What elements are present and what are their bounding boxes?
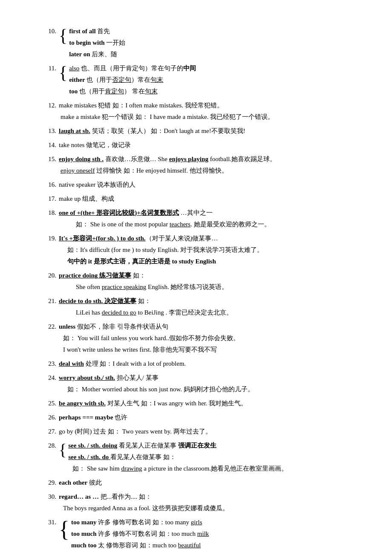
item-12-num: 12. xyxy=(43,100,56,123)
item-20-content: practice doing 练习做某事 如： She often practi… xyxy=(59,270,228,293)
item-22-line1: unless 假如不，除非 引导条件状语从句 xyxy=(59,321,239,332)
item-22: 22. unless 假如不，除非 引导条件状语从句 如： You will f… xyxy=(43,321,358,356)
item-21-num: 21. xyxy=(43,295,56,318)
item-23-num: 23. xyxy=(43,358,56,370)
item-24: 24. worry about sb./ sth. 担心某人/ 某事 如： Mo… xyxy=(43,372,358,395)
item-14: 14. take notes 做笔记，做记录 xyxy=(43,139,358,151)
item-30-example: The boys regarded Anna as a fool. 这些男孩把安… xyxy=(63,503,229,514)
item-15-content: enjoy doing sth . 喜欢做…乐意做… She enjoys pl… xyxy=(59,153,276,176)
item-24-line1: worry about sb./ sth. 担心某人/ 某事 xyxy=(59,372,254,384)
item-22-content: unless 假如不，除非 引导条件状语从句 如： You will fail … xyxy=(59,321,239,356)
item-27: 27. go by (时间) 过去 如： Two years went by. … xyxy=(43,426,358,437)
item-17-content: make up 组成、构成 xyxy=(59,193,114,205)
item-28-num: 28. xyxy=(43,440,56,451)
item-16-content: native speaker 说本族语的人 xyxy=(59,179,135,191)
page-content: 10. { first of all 首先 to begin with 一开始 … xyxy=(43,26,358,555)
item-18-example: 如： She is one of the most popular teache… xyxy=(76,219,271,230)
item-10-brace: { xyxy=(59,26,67,44)
item-16-num: 16. xyxy=(43,179,56,191)
item-13-num: 13. xyxy=(43,125,56,137)
item-12-line2: make a mistake 犯一个错误 如： I have made a mi… xyxy=(61,111,274,123)
item-13: 13. laugh at sb. 笑话；取笑（某人） 如：Don't laugh… xyxy=(43,125,358,137)
item-10-content: first of all 首先 to begin with 一开始 later … xyxy=(69,26,125,60)
item-28-line1: see sb. / sth. doing 看见某人正在做某事 强调正在发生 xyxy=(68,440,288,451)
item-31-num: 31. xyxy=(43,517,56,528)
item-15-num: 15. xyxy=(43,153,56,176)
item-31: 31. { too many 许多 修饰可数名词 如：too many girl… xyxy=(43,517,358,551)
item-14-content: take notes 做笔记，做记录 xyxy=(59,139,131,151)
item-15-line2: enjoy oneself 过得愉快 如：He enjoyed himself.… xyxy=(61,165,276,176)
item-10-line2: to begin with 一开始 xyxy=(69,37,125,49)
item-20: 20. practice doing 练习做某事 如： She often pr… xyxy=(43,270,358,293)
item-23-content: deal with 处理 如：I dealt with a lot of pro… xyxy=(59,358,186,370)
item-17-num: 17. xyxy=(43,193,56,205)
item-19: 19. It's +形容词+(for sb. ) to do sth.（对于某人… xyxy=(43,233,358,267)
item-10: 10. { first of all 首先 to begin with 一开始 … xyxy=(43,26,358,60)
item-29-num: 29. xyxy=(43,477,56,489)
item-18-content: one of +(the+ 形容词比较级)+名词复数形式 …其中之一 如： Sh… xyxy=(59,207,271,230)
item-31-brace: { xyxy=(59,518,69,541)
item-20-example: She often practice speaking English. 她经常… xyxy=(76,281,228,293)
item-20-line1: practice doing 练习做某事 如： xyxy=(59,270,228,281)
item-21-example: LiLei has decided to go to BeiJing . 李雷已… xyxy=(76,307,233,318)
item-28: 28. { see sb. / sth. doing 看见某人正在做某事 强调正… xyxy=(43,440,358,474)
item-14-num: 14. xyxy=(43,139,56,151)
item-27-num: 27. xyxy=(43,426,56,437)
item-17: 17. make up 组成、构成 xyxy=(43,193,358,205)
item-22-num: 22. xyxy=(43,321,56,356)
item-31-content: too many 许多 修饰可数名词 如：too many girls too … xyxy=(71,517,209,551)
item-21-content: decide to do sth. 决定做某事 如： LiLei has dec… xyxy=(59,295,233,318)
item-25-num: 25. xyxy=(43,398,56,409)
item-11-line1: also 也、而且（用于肯定句）常在句子的中间 xyxy=(69,63,196,74)
item-21-line1: decide to do sth. 决定做某事 如： xyxy=(59,295,233,307)
item-31-line2: too much 许多 修饰不可数名词 如：too much milk xyxy=(71,528,209,540)
item-28-brace: { xyxy=(59,442,66,458)
item-30-line1: regard… as … 把...看作为.... 如： xyxy=(59,491,229,503)
item-22-example2: I won't write unless he writes first. 除非… xyxy=(63,344,239,356)
item-19-example1: 如：It's difficult (for me ) to study Engl… xyxy=(67,244,263,256)
item-11-content: also 也、而且（用于肯定句）常在句子的中间 either 也（用于否定句）常… xyxy=(69,63,196,97)
item-30-content: regard… as … 把...看作为.... 如： The boys reg… xyxy=(59,491,229,514)
item-13-content: laugh at sb. 笑话；取笑（某人） 如：Don't laugh at … xyxy=(59,125,245,137)
item-11: 11. { also 也、而且（用于肯定句）常在句子的中间 either 也（用… xyxy=(43,63,358,97)
item-20-num: 20. xyxy=(43,270,56,293)
item-10-num: 10. xyxy=(43,26,56,37)
item-28-content: see sb. / sth. doing 看见某人正在做某事 强调正在发生 se… xyxy=(68,440,288,474)
item-19-line2: 句中的 it 是形式主语，真正的主语是 to study English xyxy=(67,256,263,267)
item-30-num: 30. xyxy=(43,491,56,514)
item-26: 26. perhaps === maybe 也许 xyxy=(43,412,358,423)
item-15: 15. enjoy doing sth . 喜欢做…乐意做… She enjoy… xyxy=(43,153,358,176)
item-22-example1: 如： You will fail unless you work hard..假… xyxy=(63,332,239,344)
item-25-content: be angry with sb. 对某人生气 如：I was angry wi… xyxy=(59,398,248,409)
item-12: 12. make mistakes 犯错 如：I often make mist… xyxy=(43,100,358,123)
item-29-content: each other 彼此 xyxy=(59,477,102,489)
item-29: 29. each other 彼此 xyxy=(43,477,358,489)
item-28-line2: see sb. / sth. do 看见某人在做某事 如： xyxy=(68,451,288,463)
item-24-content: worry about sb./ sth. 担心某人/ 某事 如： Mother… xyxy=(59,372,254,395)
item-19-content: It's +形容词+(for sb. ) to do sth.（对于某人来说)做… xyxy=(59,233,263,267)
item-12-content: make mistakes 犯错 如：I often make mistakes… xyxy=(59,100,274,123)
item-28-example: 如： She saw him drawing a picture in the … xyxy=(72,463,288,474)
item-24-num: 24. xyxy=(43,372,56,395)
item-25: 25. be angry with sb. 对某人生气 如：I was angr… xyxy=(43,398,358,409)
item-10-line3: later on 后来、随 xyxy=(69,49,125,60)
item-18-num: 18. xyxy=(43,207,56,230)
item-11-num: 11. xyxy=(43,63,56,74)
item-23: 23. deal with 处理 如：I dealt with a lot of… xyxy=(43,358,358,370)
item-24-example: 如： Mother worried about his son just now… xyxy=(67,384,254,395)
item-21: 21. decide to do sth. 决定做某事 如： LiLei has… xyxy=(43,295,358,318)
item-27-content: go by (时间) 过去 如： Two years went by. 两年过去… xyxy=(59,426,212,437)
item-10-line1: first of all 首先 xyxy=(69,26,125,37)
item-18-line1: one of +(the+ 形容词比较级)+名词复数形式 …其中之一 xyxy=(59,207,271,219)
item-18: 18. one of +(the+ 形容词比较级)+名词复数形式 …其中之一 如… xyxy=(43,207,358,230)
item-16: 16. native speaker 说本族语的人 xyxy=(43,179,358,191)
item-15-line1: enjoy doing sth . 喜欢做…乐意做… She enjoys pl… xyxy=(59,153,276,165)
item-11-brace: { xyxy=(59,64,67,81)
item-19-line1: It's +形容词+(for sb. ) to do sth.（对于某人来说)做… xyxy=(59,233,263,244)
item-19-num: 19. xyxy=(43,233,56,267)
item-31-line1: too many 许多 修饰可数名词 如：too many girls xyxy=(71,517,209,528)
item-11-line3: too 也（用于肯定句） 常在句末 xyxy=(69,86,196,97)
item-11-line2: either 也（用于否定句）常在句末 xyxy=(69,74,196,86)
item-26-content: perhaps === maybe 也许 xyxy=(59,412,127,423)
item-26-num: 26. xyxy=(43,412,56,423)
